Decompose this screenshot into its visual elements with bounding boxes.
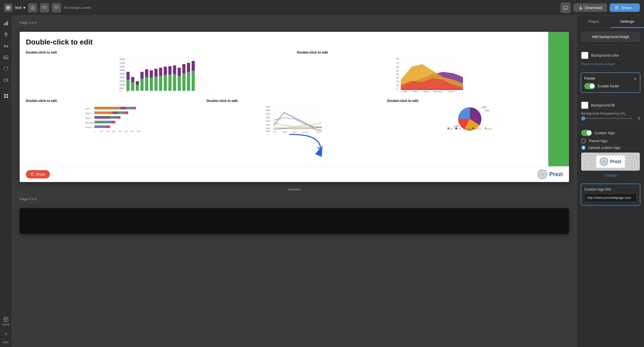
reset-theme-link[interactable]: Reset to theme default xyxy=(581,62,615,66)
sidebar-icon-pin[interactable] xyxy=(1,30,11,39)
slide-1-inner: Double-click to edit Double-click to edi… xyxy=(20,32,569,166)
share-label: Share... xyxy=(621,5,635,10)
sidebar-icon-apps[interactable] xyxy=(1,91,11,101)
change-label: Change xyxy=(604,173,617,177)
svg-rect-3 xyxy=(4,23,5,25)
page2-label: Page 2 of 3 xyxy=(20,197,569,201)
chart-grid-bottom: Double-click to edit USA China Japan Ger… xyxy=(26,99,563,134)
svg-rect-2 xyxy=(564,6,568,9)
chart4-title: Double-click to edit xyxy=(207,99,382,103)
svg-text:30M$: 30M$ xyxy=(119,69,125,71)
dropdown-chevron: ▾ xyxy=(23,5,25,10)
chart-area-1[interactable]: Double-click to edit 8K 7K 6K 5K 4K 3K 2… xyxy=(297,50,563,94)
green-accent-bar xyxy=(548,32,569,166)
left-sidebar: Aa xyxy=(0,16,12,347)
footer-section-header: Footer ▲ xyxy=(584,76,637,80)
svg-rect-47 xyxy=(150,70,153,78)
svg-text:France: France xyxy=(448,90,454,93)
tab-settings[interactable]: Settings xyxy=(611,16,644,28)
slide-2-preview[interactable] xyxy=(20,208,569,234)
download-button[interactable]: Download xyxy=(573,3,607,12)
sidebar-icon-text[interactable]: Aa xyxy=(1,41,11,51)
theme-logo-radio[interactable] xyxy=(581,139,586,143)
svg-rect-54 xyxy=(168,74,171,91)
svg-text:USA: USA xyxy=(450,128,453,130)
upload-logo-radio[interactable] xyxy=(581,145,586,150)
svg-text:0: 0 xyxy=(119,89,121,92)
svg-text:8500: 8500 xyxy=(266,106,270,108)
transparency-slider[interactable] xyxy=(581,118,632,119)
reset-label-text: Reset to theme default xyxy=(581,62,615,66)
panel-tabs: Pages Settings xyxy=(577,16,644,28)
slide-1[interactable]: Double-click to edit Double-click to edi… xyxy=(20,32,569,182)
project-name[interactable]: test ▾ xyxy=(15,5,25,10)
sidebar-icon-video[interactable] xyxy=(1,76,11,85)
svg-text:Germany: Germany xyxy=(302,131,308,133)
svg-rect-149 xyxy=(464,127,466,129)
svg-rect-49 xyxy=(154,69,158,77)
svg-text:Germany: Germany xyxy=(85,122,94,124)
svg-rect-52 xyxy=(164,75,167,91)
zoom-indicator: 50% xyxy=(3,341,9,344)
tab-pages[interactable]: Pages xyxy=(577,16,611,28)
prezi-preview-icon xyxy=(600,157,608,166)
undo-button[interactable] xyxy=(40,3,49,12)
svg-text:Japan: Japan xyxy=(466,128,470,130)
tab-settings-label: Settings xyxy=(620,19,634,24)
svg-text:6K: 6K xyxy=(396,66,399,68)
add-slide-button[interactable]: + xyxy=(1,329,11,339)
footer-chevron-icon[interactable]: ▲ xyxy=(634,77,637,80)
enable-footer-toggle[interactable] xyxy=(584,83,595,89)
slide-share-button[interactable]: Share xyxy=(26,170,50,178)
svg-rect-41 xyxy=(136,81,139,85)
chart-bar-1[interactable]: Double-click to edit 45M$ 40M$ 35M$ 30M$… xyxy=(26,50,292,94)
enable-footer-row: Enable footer xyxy=(584,83,637,89)
custom-logo-link-input[interactable] xyxy=(584,193,637,202)
present-button[interactable] xyxy=(560,3,571,13)
bg-color-swatch[interactable] xyxy=(581,52,588,59)
bg-fill-label: Background fill xyxy=(591,103,640,107)
prezi-logo: Prezi xyxy=(538,170,563,179)
svg-text:2500: 2500 xyxy=(266,130,270,132)
slide-title[interactable]: Double-click to edit xyxy=(26,38,563,46)
redo-button[interactable] xyxy=(52,3,61,12)
sidebar-icon-shapes[interactable] xyxy=(1,64,11,73)
chart-line[interactable]: Double-click to edit 8500 8000 7000 6000… xyxy=(207,99,382,134)
custom-logo-toggle[interactable] xyxy=(581,130,592,136)
transparency-label: Background transparency (%) xyxy=(581,111,640,115)
logo-preview-inner: Prezi xyxy=(596,155,625,168)
svg-rect-98 xyxy=(94,107,120,109)
history-button[interactable] xyxy=(28,3,37,12)
add-background-button[interactable]: Add background image xyxy=(581,32,640,42)
share-button[interactable]: Share... xyxy=(610,3,640,12)
svg-text:USA: USA xyxy=(273,131,276,133)
change-logo-link[interactable]: Change xyxy=(581,173,640,177)
svg-rect-5 xyxy=(7,21,8,25)
svg-rect-12 xyxy=(6,94,8,96)
scroll-indicator xyxy=(20,187,569,192)
topbar-left: test ▾ All changes saved xyxy=(4,3,557,12)
svg-point-8 xyxy=(5,57,5,57)
svg-text:Germany: Germany xyxy=(475,128,481,130)
svg-point-6 xyxy=(5,33,6,34)
layout-label: Layout xyxy=(2,323,10,326)
chart-hbar[interactable]: Double-click to edit USA China Japan Ger… xyxy=(26,99,201,134)
svg-rect-112 xyxy=(94,125,107,128)
svg-text:USA: USA xyxy=(402,90,407,93)
bg-color-row: Background color xyxy=(581,52,640,59)
sidebar-icon-chart[interactable] xyxy=(1,19,11,28)
svg-text:5K: 5K xyxy=(396,70,399,72)
svg-text:2000: 2000 xyxy=(106,131,109,132)
svg-text:3000: 3000 xyxy=(112,131,116,132)
svg-rect-57 xyxy=(173,65,176,74)
line-chart-svg: 8500 8000 7000 6000 5000 4000 3500 2500 xyxy=(207,105,382,133)
bg-fill-swatch[interactable] xyxy=(581,102,588,109)
custom-logo-label: Custom logo xyxy=(595,131,615,135)
pie-chart-svg: 2,648 8,313 5,495 5,943 USA China Japan xyxy=(387,105,563,133)
svg-rect-45 xyxy=(145,69,148,77)
layout-button[interactable]: Layout xyxy=(0,315,11,327)
svg-rect-48 xyxy=(154,77,158,91)
chart-pie[interactable]: Double-click to edit xyxy=(387,99,563,134)
sidebar-icon-image[interactable] xyxy=(1,53,11,62)
svg-rect-55 xyxy=(168,66,171,74)
